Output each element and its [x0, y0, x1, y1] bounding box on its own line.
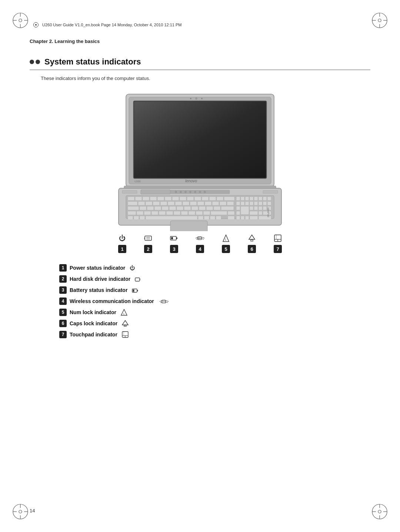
header-bar: U260 User Guide V1.0_en.book Page 14 Mon…: [30, 22, 370, 27]
corner-mark-tr: [370, 11, 389, 30]
page: U260 User Guide V1.0_en.book Page 14 Mon…: [0, 0, 400, 532]
dot-1: [30, 60, 34, 64]
item-label-7: Touchpad indicator: [70, 332, 117, 338]
item-icon-3: [132, 287, 139, 293]
svg-rect-105: [241, 206, 249, 215]
battery-icon: [170, 233, 178, 243]
svg-rect-65: [254, 197, 258, 200]
svg-rect-98: [184, 206, 191, 210]
svg-rect-125: [250, 211, 258, 215]
svg-text:U260: U260: [134, 180, 141, 183]
svg-point-28: [190, 98, 191, 99]
svg-rect-88: [259, 202, 262, 205]
svg-rect-108: [259, 206, 262, 210]
svg-rect-129: [134, 216, 139, 220]
svg-rect-114: [151, 211, 158, 215]
power-icon: ⏻: [119, 233, 126, 243]
svg-rect-57: [202, 197, 209, 200]
svg-rect-78: [197, 202, 204, 205]
svg-rect-99: [191, 206, 198, 210]
svg-rect-97: [177, 206, 183, 210]
svg-rect-137: [236, 216, 240, 220]
item-icon-4: [159, 298, 170, 304]
laptop-container: lenovo U260: [89, 90, 311, 253]
section-subtitle: These indicators inform you of the compu…: [41, 76, 370, 81]
hdd-icon: [144, 233, 152, 243]
svg-rect-61: [236, 197, 240, 200]
svg-rect-113: [144, 211, 151, 215]
svg-rect-136: [228, 216, 234, 220]
indicator-item-5: 5 Num lock indicator 1: [59, 309, 370, 316]
svg-rect-107: [254, 206, 258, 210]
svg-rect-126: [259, 211, 262, 215]
chapter-heading: Chapter 2. Learning the basics: [30, 39, 370, 44]
svg-rect-168: [137, 290, 138, 291]
svg-text:IdeaPad: IdeaPad: [267, 207, 270, 217]
svg-rect-48: [135, 197, 142, 200]
svg-rect-124: [236, 211, 240, 215]
indicator-cell-3: 3: [161, 233, 187, 253]
laptop-illustration: lenovo U260: [96, 90, 304, 231]
item-icon-6: [122, 320, 129, 327]
svg-rect-79: [205, 202, 211, 205]
indicator-cell-6: 6: [239, 233, 265, 253]
capslock-icon: [248, 233, 256, 243]
svg-rect-169: [133, 289, 134, 292]
svg-rect-70: [138, 202, 145, 205]
corner-mark-tl: [11, 11, 30, 30]
svg-point-43: [204, 191, 206, 193]
svg-rect-52: [165, 197, 171, 200]
svg-rect-92: [140, 206, 146, 210]
svg-rect-73: [160, 202, 167, 205]
indicator-cell-4: ◻ 4: [187, 233, 213, 253]
svg-marker-173: [122, 320, 128, 325]
svg-rect-60: [224, 197, 234, 200]
indicator-num-5: 5: [222, 245, 230, 253]
indicator-cell-2: 2: [135, 233, 161, 253]
svg-rect-134: [210, 216, 215, 220]
item-label-2: Hard disk drive indicator: [70, 276, 130, 282]
svg-rect-81: [220, 202, 226, 205]
svg-rect-93: [147, 206, 154, 210]
numlock-icon: 1: [222, 233, 230, 243]
header-text: U260 User Guide V1.0_en.book Page 14 Mon…: [42, 23, 181, 27]
indicator-item-1: 1 Power status indicator ⏻: [59, 264, 370, 272]
item-icon-2: [135, 276, 141, 282]
svg-rect-131: [146, 216, 197, 220]
svg-point-19: [378, 510, 381, 513]
svg-rect-112: [137, 211, 143, 215]
svg-text:1: 1: [123, 313, 125, 315]
svg-point-13: [19, 510, 22, 513]
item-label-1: Power status indicator: [70, 265, 125, 271]
item-label-6: Caps lock indicator: [70, 320, 117, 326]
svg-rect-119: [189, 211, 195, 215]
indicator-num-7: 7: [274, 245, 282, 253]
svg-rect-89: [263, 202, 267, 205]
svg-rect-101: [206, 206, 213, 210]
badge-2: 2: [59, 275, 67, 283]
svg-rect-140: [250, 216, 258, 220]
badge-7: 7: [59, 331, 67, 338]
svg-rect-35: [141, 190, 170, 194]
indicator-cell-7: 7: [265, 233, 291, 253]
svg-rect-115: [159, 211, 166, 215]
item-icon-5: 1: [121, 309, 127, 316]
svg-rect-103: [221, 206, 234, 210]
svg-point-30: [201, 98, 203, 99]
svg-rect-130: [140, 216, 145, 220]
svg-rect-50: [150, 197, 157, 200]
section-title-container: System status indicators: [30, 57, 370, 70]
svg-rect-27: [134, 102, 266, 178]
svg-rect-111: [128, 211, 136, 215]
indicator-item-2: 2 Hard disk drive indicator: [59, 275, 370, 283]
svg-rect-100: [199, 206, 206, 210]
indicator-num-6: 6: [248, 245, 256, 253]
svg-rect-142: [170, 221, 207, 231]
svg-rect-174: [124, 325, 126, 326]
indicator-item-4: 4 Wireless communication indicator: [59, 297, 370, 305]
svg-rect-68: [267, 197, 271, 200]
svg-rect-54: [180, 197, 186, 200]
svg-rect-86: [250, 202, 253, 205]
svg-rect-163: [135, 278, 140, 281]
svg-rect-56: [194, 197, 201, 200]
